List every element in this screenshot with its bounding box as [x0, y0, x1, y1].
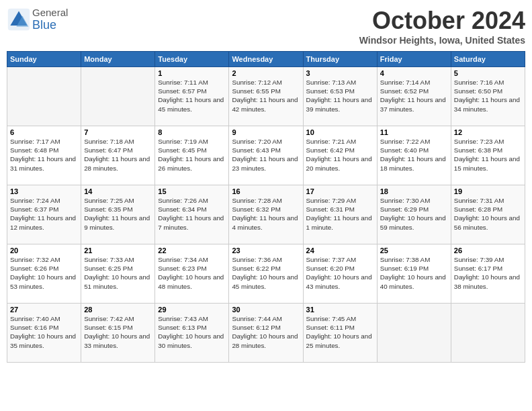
calendar-cell: 30Sunrise: 7:44 AM Sunset: 6:12 PM Dayli…	[229, 304, 303, 363]
day-number: 22	[158, 246, 226, 255]
day-number: 4	[380, 69, 448, 77]
day-info: Sunrise: 7:23 AM Sunset: 6:38 PM Dayligh…	[454, 137, 522, 173]
day-info: Sunrise: 7:11 AM Sunset: 6:57 PM Dayligh…	[158, 78, 226, 113]
calendar-body: 1Sunrise: 7:11 AM Sunset: 6:57 PM Daylig…	[7, 67, 525, 363]
calendar-cell: 26Sunrise: 7:39 AM Sunset: 6:17 PM Dayli…	[451, 244, 525, 304]
day-info: Sunrise: 7:40 AM Sunset: 6:16 PM Dayligh…	[10, 314, 78, 350]
calendar-week-1: 1Sunrise: 7:11 AM Sunset: 6:57 PM Daylig…	[7, 67, 525, 126]
day-number: 30	[232, 306, 300, 314]
day-number: 28	[84, 306, 152, 314]
day-info: Sunrise: 7:44 AM Sunset: 6:12 PM Dayligh…	[232, 314, 300, 350]
day-number: 13	[10, 187, 78, 195]
calendar-cell: 21Sunrise: 7:33 AM Sunset: 6:25 PM Dayli…	[81, 244, 155, 304]
day-number: 17	[306, 187, 374, 195]
logo-blue-text: Blue	[32, 18, 68, 32]
col-thursday: Thursday	[303, 52, 377, 67]
day-number: 19	[454, 187, 522, 195]
calendar-week-2: 6Sunrise: 7:17 AM Sunset: 6:48 PM Daylig…	[7, 126, 525, 185]
day-info: Sunrise: 7:19 AM Sunset: 6:45 PM Dayligh…	[158, 137, 226, 173]
logo-icon	[7, 7, 31, 32]
day-number: 31	[306, 306, 374, 314]
calendar-week-5: 27Sunrise: 7:40 AM Sunset: 6:16 PM Dayli…	[7, 304, 525, 363]
day-info: Sunrise: 7:45 AM Sunset: 6:11 PM Dayligh…	[306, 314, 374, 350]
day-number: 27	[10, 306, 78, 314]
day-info: Sunrise: 7:32 AM Sunset: 6:26 PM Dayligh…	[10, 255, 78, 291]
day-info: Sunrise: 7:34 AM Sunset: 6:23 PM Dayligh…	[158, 255, 226, 291]
day-info: Sunrise: 7:13 AM Sunset: 6:53 PM Dayligh…	[306, 78, 374, 113]
day-info: Sunrise: 7:24 AM Sunset: 6:37 PM Dayligh…	[10, 196, 78, 232]
logo-text: General Blue	[32, 7, 68, 32]
day-number: 8	[158, 128, 226, 136]
day-number: 12	[454, 128, 522, 136]
calendar-week-3: 13Sunrise: 7:24 AM Sunset: 6:37 PM Dayli…	[7, 185, 525, 244]
day-number: 1	[158, 69, 226, 77]
day-number: 16	[232, 187, 300, 195]
calendar-cell	[451, 304, 525, 363]
calendar-cell	[377, 304, 451, 363]
title-block: October 2024 Windsor Heights, Iowa, Unit…	[359, 7, 525, 46]
calendar-cell: 16Sunrise: 7:28 AM Sunset: 6:32 PM Dayli…	[229, 185, 303, 244]
calendar-cell: 29Sunrise: 7:43 AM Sunset: 6:13 PM Dayli…	[155, 304, 229, 363]
calendar-cell: 20Sunrise: 7:32 AM Sunset: 6:26 PM Dayli…	[7, 244, 81, 304]
calendar-cell: 2Sunrise: 7:12 AM Sunset: 6:55 PM Daylig…	[229, 67, 303, 126]
calendar-cell: 7Sunrise: 7:18 AM Sunset: 6:47 PM Daylig…	[81, 126, 155, 185]
calendar-header: Sunday Monday Tuesday Wednesday Thursday…	[7, 52, 525, 67]
col-wednesday: Wednesday	[229, 52, 303, 67]
day-info: Sunrise: 7:17 AM Sunset: 6:48 PM Dayligh…	[10, 137, 78, 173]
day-info: Sunrise: 7:31 AM Sunset: 6:28 PM Dayligh…	[454, 196, 522, 232]
day-info: Sunrise: 7:33 AM Sunset: 6:25 PM Dayligh…	[84, 255, 152, 291]
day-info: Sunrise: 7:38 AM Sunset: 6:19 PM Dayligh…	[380, 255, 448, 291]
day-number: 9	[232, 128, 300, 136]
day-info: Sunrise: 7:30 AM Sunset: 6:29 PM Dayligh…	[380, 196, 448, 232]
calendar-cell	[7, 67, 81, 126]
calendar-cell: 15Sunrise: 7:26 AM Sunset: 6:34 PM Dayli…	[155, 185, 229, 244]
day-info: Sunrise: 7:16 AM Sunset: 6:50 PM Dayligh…	[454, 78, 522, 113]
calendar-cell: 5Sunrise: 7:16 AM Sunset: 6:50 PM Daylig…	[451, 67, 525, 126]
main-title: October 2024	[359, 7, 525, 35]
calendar-cell: 25Sunrise: 7:38 AM Sunset: 6:19 PM Dayli…	[377, 244, 451, 304]
page-header: General Blue October 2024 Windsor Height…	[7, 7, 525, 46]
day-number: 6	[10, 128, 78, 136]
day-info: Sunrise: 7:28 AM Sunset: 6:32 PM Dayligh…	[232, 196, 300, 232]
day-info: Sunrise: 7:20 AM Sunset: 6:43 PM Dayligh…	[232, 137, 300, 173]
day-info: Sunrise: 7:43 AM Sunset: 6:13 PM Dayligh…	[158, 314, 226, 350]
day-info: Sunrise: 7:42 AM Sunset: 6:15 PM Dayligh…	[84, 314, 152, 350]
day-number: 20	[10, 246, 78, 255]
calendar-cell: 8Sunrise: 7:19 AM Sunset: 6:45 PM Daylig…	[155, 126, 229, 185]
logo: General Blue	[7, 7, 68, 32]
calendar-cell: 4Sunrise: 7:14 AM Sunset: 6:52 PM Daylig…	[377, 67, 451, 126]
calendar-table: Sunday Monday Tuesday Wednesday Thursday…	[7, 51, 525, 363]
calendar-cell: 6Sunrise: 7:17 AM Sunset: 6:48 PM Daylig…	[7, 126, 81, 185]
calendar-cell: 13Sunrise: 7:24 AM Sunset: 6:37 PM Dayli…	[7, 185, 81, 244]
calendar-cell: 27Sunrise: 7:40 AM Sunset: 6:16 PM Dayli…	[7, 304, 81, 363]
calendar-cell: 24Sunrise: 7:37 AM Sunset: 6:20 PM Dayli…	[303, 244, 377, 304]
day-number: 14	[84, 187, 152, 195]
day-number: 24	[306, 246, 374, 255]
day-number: 5	[454, 69, 522, 77]
day-number: 26	[454, 246, 522, 255]
day-info: Sunrise: 7:22 AM Sunset: 6:40 PM Dayligh…	[380, 137, 448, 173]
day-info: Sunrise: 7:21 AM Sunset: 6:42 PM Dayligh…	[306, 137, 374, 173]
col-saturday: Saturday	[451, 52, 525, 67]
calendar-cell: 3Sunrise: 7:13 AM Sunset: 6:53 PM Daylig…	[303, 67, 377, 126]
day-number: 23	[232, 246, 300, 255]
day-number: 11	[380, 128, 448, 136]
col-tuesday: Tuesday	[155, 52, 229, 67]
logo-general-text: General	[32, 7, 68, 18]
day-info: Sunrise: 7:36 AM Sunset: 6:22 PM Dayligh…	[232, 255, 300, 291]
calendar-cell: 19Sunrise: 7:31 AM Sunset: 6:28 PM Dayli…	[451, 185, 525, 244]
day-number: 25	[380, 246, 448, 255]
day-info: Sunrise: 7:26 AM Sunset: 6:34 PM Dayligh…	[158, 196, 226, 232]
day-number: 3	[306, 69, 374, 77]
day-number: 21	[84, 246, 152, 255]
col-friday: Friday	[377, 52, 451, 67]
calendar-cell: 22Sunrise: 7:34 AM Sunset: 6:23 PM Dayli…	[155, 244, 229, 304]
header-row: Sunday Monday Tuesday Wednesday Thursday…	[7, 52, 525, 67]
day-number: 2	[232, 69, 300, 77]
day-number: 18	[380, 187, 448, 195]
calendar-cell: 17Sunrise: 7:29 AM Sunset: 6:31 PM Dayli…	[303, 185, 377, 244]
day-info: Sunrise: 7:25 AM Sunset: 6:35 PM Dayligh…	[84, 196, 152, 232]
day-info: Sunrise: 7:18 AM Sunset: 6:47 PM Dayligh…	[84, 137, 152, 173]
day-info: Sunrise: 7:39 AM Sunset: 6:17 PM Dayligh…	[454, 255, 522, 291]
calendar-cell: 1Sunrise: 7:11 AM Sunset: 6:57 PM Daylig…	[155, 67, 229, 126]
